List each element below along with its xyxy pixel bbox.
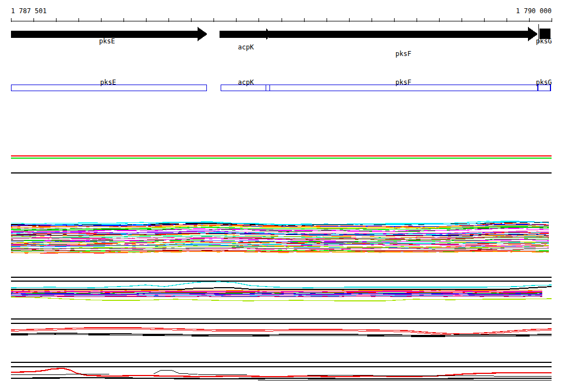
- plot-line: [11, 297, 552, 301]
- plot-track-2[interactable]: [11, 221, 549, 253]
- gene-feature-track[interactable]: [11, 24, 550, 43]
- plot-line: [11, 282, 552, 288]
- gene-bar[interactable]: [220, 31, 266, 38]
- feature-pksf[interactable]: [268, 27, 538, 41]
- genome-browser-view: 1 787 501 1 790 000 pksE acpK pksF pksG …: [0, 0, 562, 392]
- cds-track[interactable]: [12, 85, 551, 91]
- gene-bar[interactable]: [539, 29, 550, 39]
- cds-box[interactable]: [221, 85, 551, 91]
- plot-line: [11, 291, 542, 292]
- plot-line: [11, 378, 552, 379]
- cds-box[interactable]: [12, 85, 207, 91]
- tracks-graphics: [0, 0, 562, 392]
- plot-line: [11, 290, 542, 291]
- plot-track-1[interactable]: [11, 156, 552, 173]
- plot-line: [11, 294, 542, 295]
- plot-line: [258, 380, 552, 380]
- plot-track-3[interactable]: [11, 277, 552, 301]
- plot-line: [11, 294, 542, 294]
- gene-bar[interactable]: [11, 31, 198, 38]
- feature-pkse[interactable]: [11, 27, 207, 41]
- gene-bar[interactable]: [268, 31, 528, 38]
- ruler[interactable]: [11, 18, 552, 22]
- gene-arrowhead[interactable]: [198, 27, 207, 41]
- plot-track-4[interactable]: [11, 319, 552, 337]
- feature-pksg[interactable]: [539, 29, 550, 39]
- feature-acpk[interactable]: [220, 28, 271, 40]
- plot-line: [11, 296, 542, 297]
- plot-line: [11, 368, 552, 377]
- plot-track-5[interactable]: [11, 362, 552, 380]
- gene-arrowhead[interactable]: [528, 27, 538, 41]
